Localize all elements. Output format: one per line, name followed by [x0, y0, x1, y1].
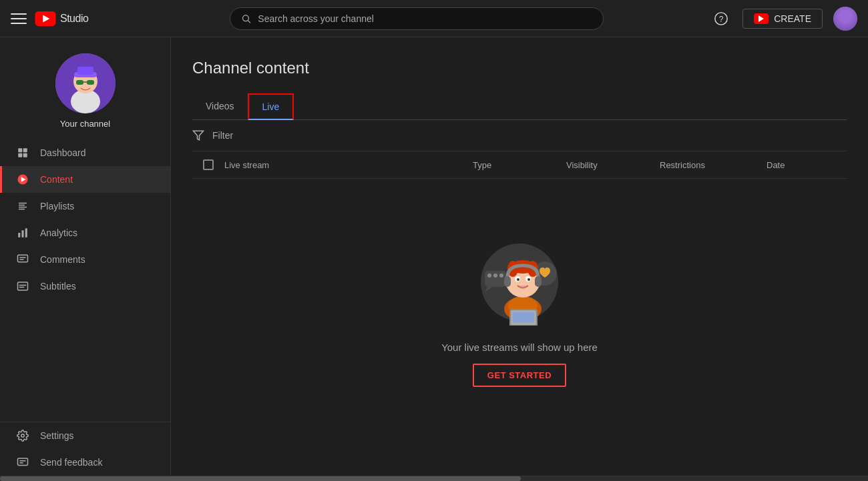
svg-rect-17	[23, 153, 27, 157]
visibility-col-header: Visibility	[566, 160, 660, 170]
scrollbar-thumb[interactable]	[0, 476, 521, 481]
content-tabs: Videos Live	[192, 93, 847, 120]
empty-illustration	[473, 232, 566, 326]
sidebar-item-dashboard[interactable]: Dashboard	[0, 139, 170, 166]
menu-icon[interactable]	[11, 11, 27, 27]
dashboard-label: Dashboard	[40, 147, 86, 158]
svg-point-33	[21, 434, 25, 438]
create-video-icon	[754, 13, 769, 24]
sidebar-nav: Dashboard Content	[0, 139, 170, 300]
sidebar-bottom: Settings Send feedback	[0, 422, 170, 476]
search-input-wrapper	[230, 7, 604, 30]
search-icon	[241, 13, 251, 24]
svg-rect-12	[87, 80, 94, 85]
svg-rect-24	[18, 233, 20, 237]
settings-label: Settings	[40, 430, 74, 441]
sidebar-item-settings[interactable]: Settings	[0, 422, 170, 449]
svg-rect-34	[18, 458, 28, 466]
logo[interactable]: Studio	[35, 11, 88, 26]
sidebar-item-content[interactable]: Content	[0, 166, 170, 193]
subtitles-icon	[16, 280, 29, 293]
svg-line-3	[248, 20, 250, 22]
settings-icon	[16, 429, 29, 442]
svg-rect-11	[76, 80, 83, 85]
svg-rect-27	[18, 255, 28, 262]
svg-rect-51	[504, 276, 511, 287]
svg-rect-26	[25, 228, 27, 237]
svg-point-2	[243, 15, 249, 21]
channel-label: Your channel	[60, 119, 110, 129]
sidebar-item-comments[interactable]: Comments	[0, 246, 170, 273]
feedback-icon	[16, 456, 29, 469]
sidebar-item-feedback[interactable]: Send feedback	[0, 449, 170, 476]
filter-label: Filter	[212, 130, 233, 141]
get-started-button[interactable]: GET STARTED	[473, 364, 566, 387]
streaming-illustration	[473, 232, 566, 326]
svg-point-42	[499, 274, 503, 278]
svg-rect-60	[513, 312, 534, 323]
header-right: ? CREATE	[710, 7, 857, 31]
svg-point-41	[493, 274, 497, 278]
help-icon: ?	[714, 11, 728, 26]
create-label: CREATE	[774, 13, 811, 24]
table-header: Live stream Type Visibility Restrictions…	[192, 151, 847, 179]
horizontal-scrollbar[interactable]	[0, 476, 868, 481]
header-left: Studio	[11, 11, 171, 27]
svg-rect-30	[18, 282, 28, 290]
svg-rect-25	[22, 230, 24, 237]
content-label: Content	[40, 174, 73, 185]
filter-icon	[192, 129, 204, 141]
tab-live[interactable]: Live	[248, 93, 294, 120]
playlists-icon	[16, 199, 29, 213]
channel-avatar[interactable]	[55, 53, 116, 113]
svg-marker-37	[194, 131, 204, 140]
comments-icon	[16, 253, 29, 266]
analytics-label: Analytics	[40, 227, 77, 238]
subtitles-label: Subtitles	[40, 281, 76, 292]
svg-rect-52	[535, 276, 541, 287]
svg-point-40	[487, 274, 491, 278]
svg-text:?: ?	[719, 14, 724, 23]
type-col-header: Type	[473, 160, 566, 170]
select-all-checkbox[interactable]	[203, 159, 214, 170]
sidebar-item-subtitles[interactable]: Subtitles	[0, 273, 170, 300]
avatar[interactable]	[833, 7, 857, 31]
empty-state: Your live streams will show up here GET …	[192, 179, 847, 440]
svg-rect-39	[485, 271, 506, 287]
dashboard-icon	[16, 146, 29, 159]
create-button[interactable]: CREATE	[742, 9, 823, 29]
comments-label: Comments	[40, 254, 85, 265]
main-content: Channel content Videos Live Filter Live …	[171, 37, 868, 476]
filter-row: Filter	[192, 120, 847, 151]
date-col-header: Date	[767, 160, 847, 170]
studio-label: Studio	[60, 13, 88, 25]
tab-videos[interactable]: Videos	[192, 93, 248, 120]
sidebar-item-playlists[interactable]: Playlists	[0, 193, 170, 219]
help-button[interactable]: ?	[710, 8, 732, 29]
channel-info: Your channel	[0, 37, 170, 139]
sidebar-item-analytics[interactable]: Analytics	[0, 219, 170, 246]
svg-rect-15	[23, 148, 27, 152]
svg-point-56	[527, 278, 530, 281]
analytics-icon	[16, 226, 29, 239]
svg-rect-14	[18, 148, 22, 152]
page-title: Channel content	[192, 59, 847, 77]
content-icon	[16, 173, 29, 186]
header: Studio ? CREATE	[0, 0, 868, 37]
empty-state-message: Your live streams will show up here	[441, 342, 598, 353]
youtube-icon	[35, 11, 56, 26]
svg-rect-10	[77, 67, 93, 75]
svg-rect-16	[18, 153, 22, 157]
live-stream-col-header: Live stream	[224, 160, 473, 170]
search-input[interactable]	[258, 13, 592, 24]
avatar-image	[833, 7, 857, 31]
body: Your channel Dashboard	[0, 37, 868, 476]
svg-point-55	[517, 278, 519, 281]
channel-avatar-illustration	[55, 53, 116, 113]
sidebar: Your channel Dashboard	[0, 37, 171, 476]
restrictions-col-header: Restrictions	[660, 160, 767, 170]
search-bar	[230, 7, 604, 30]
feedback-label: Send feedback	[40, 457, 102, 468]
select-all-col	[192, 159, 224, 170]
playlists-label: Playlists	[40, 201, 74, 211]
